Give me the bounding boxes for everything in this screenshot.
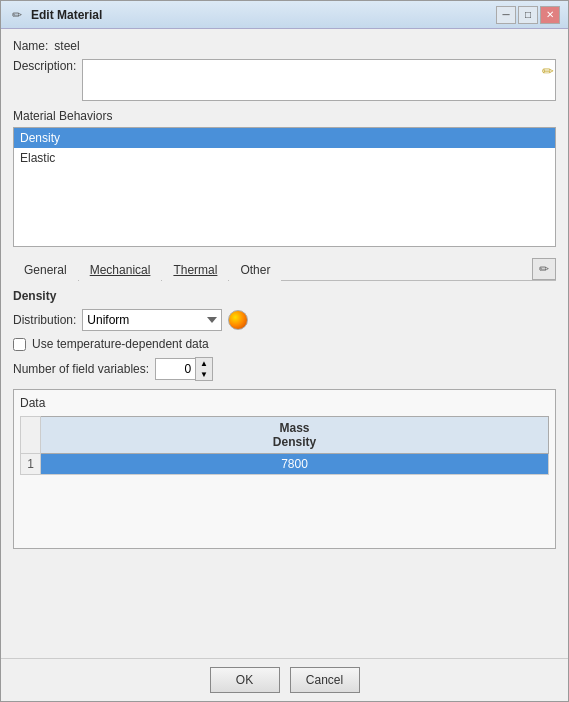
field-vars-input[interactable] bbox=[155, 358, 195, 380]
description-row: Description: ✏ bbox=[13, 59, 556, 101]
subsection-title: Density bbox=[13, 289, 556, 303]
mass-density-header: MassDensity bbox=[41, 417, 549, 454]
spinner-buttons: ▲ ▼ bbox=[195, 357, 213, 381]
temp-dependent-label[interactable]: Use temperature-dependent data bbox=[32, 337, 209, 351]
distribution-dropdown[interactable]: Uniform Analytical Field Discrete Field bbox=[82, 309, 222, 331]
data-table: MassDensity 1 7800 bbox=[20, 416, 549, 475]
field-vars-row: Number of field variables: ▲ ▼ bbox=[13, 357, 556, 381]
tab-general[interactable]: General bbox=[13, 258, 78, 281]
table-row: 1 7800 bbox=[21, 454, 549, 475]
ok-button[interactable]: OK bbox=[210, 667, 280, 693]
main-content: Name: steel Description: ✏ Material Beha… bbox=[1, 29, 568, 658]
spinner-up[interactable]: ▲ bbox=[196, 358, 212, 369]
bottom-bar: OK Cancel bbox=[1, 658, 568, 701]
data-section: Data MassDensity 1 7800 bbox=[13, 389, 556, 549]
tab-edit-button[interactable]: ✏ bbox=[532, 258, 556, 280]
description-input[interactable] bbox=[82, 59, 556, 101]
name-row: Name: steel bbox=[13, 39, 556, 53]
cancel-button[interactable]: Cancel bbox=[290, 667, 360, 693]
name-label: Name: bbox=[13, 39, 48, 53]
tab-bar: General Mechanical Thermal Other ✏ bbox=[13, 255, 556, 281]
row-number-1: 1 bbox=[21, 454, 41, 475]
temp-dependent-row: Use temperature-dependent data bbox=[13, 337, 556, 351]
description-edit-icon[interactable]: ✏ bbox=[538, 61, 558, 81]
material-behaviors-label: Material Behaviors bbox=[13, 109, 556, 123]
name-value: steel bbox=[54, 39, 79, 53]
mass-density-cell-1[interactable]: 7800 bbox=[41, 454, 549, 475]
row-num-header bbox=[21, 417, 41, 454]
window-icon: ✏ bbox=[9, 7, 25, 23]
window-title: Edit Material bbox=[31, 8, 496, 22]
behaviors-list: Density Elastic bbox=[13, 127, 556, 247]
tab-thermal[interactable]: Thermal bbox=[162, 258, 228, 281]
title-bar: ✏ Edit Material ─ □ ✕ bbox=[1, 1, 568, 29]
distribution-row: Distribution: Uniform Analytical Field D… bbox=[13, 309, 556, 331]
behavior-elastic[interactable]: Elastic bbox=[14, 148, 555, 168]
title-bar-buttons: ─ □ ✕ bbox=[496, 6, 560, 24]
maximize-button[interactable]: □ bbox=[518, 6, 538, 24]
tab-other[interactable]: Other bbox=[229, 258, 281, 281]
edit-material-window: ✏ Edit Material ─ □ ✕ Name: steel Descri… bbox=[0, 0, 569, 702]
color-sphere-icon bbox=[228, 310, 248, 330]
close-button[interactable]: ✕ bbox=[540, 6, 560, 24]
distribution-dropdown-wrapper: Uniform Analytical Field Discrete Field bbox=[82, 309, 248, 331]
field-vars-spinner: ▲ ▼ bbox=[155, 357, 213, 381]
distribution-label: Distribution: bbox=[13, 313, 76, 327]
minimize-button[interactable]: ─ bbox=[496, 6, 516, 24]
spinner-down[interactable]: ▼ bbox=[196, 369, 212, 380]
behavior-density[interactable]: Density bbox=[14, 128, 555, 148]
field-vars-label: Number of field variables: bbox=[13, 362, 149, 376]
data-section-label: Data bbox=[20, 396, 549, 410]
tab-mechanical[interactable]: Mechanical bbox=[79, 258, 162, 281]
temp-dependent-checkbox[interactable] bbox=[13, 338, 26, 351]
description-label: Description: bbox=[13, 59, 76, 73]
